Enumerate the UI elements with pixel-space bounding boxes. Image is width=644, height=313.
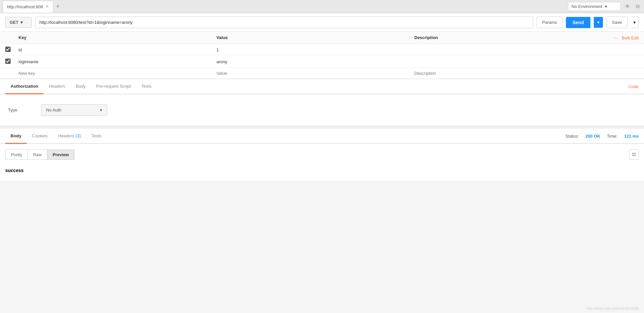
request-bar: GET ▾ Params Send ▾ Save ▾ <box>0 13 644 32</box>
new-description-input[interactable] <box>414 71 470 76</box>
new-key-input[interactable] <box>19 71 74 76</box>
tab-pre-request-script[interactable]: Pre-request Script <box>91 79 136 94</box>
params-button[interactable]: Params <box>536 17 563 28</box>
tab-close-icon[interactable]: ✕ <box>46 4 49 9</box>
new-tab-button[interactable]: + <box>53 2 62 11</box>
status-value: 200 OK <box>585 134 600 139</box>
response-tabs-bar: Body Cookies Headers (3) Tests Status: 2… <box>0 129 644 144</box>
params-header-actions: ··· Bulk Edit <box>612 35 639 40</box>
key-column-header: Key <box>19 35 216 40</box>
send-chevron-icon: ▾ <box>597 20 600 25</box>
url-input[interactable] <box>35 17 533 28</box>
eye-icon-button[interactable]: 👁 <box>623 2 631 11</box>
auth-section: Type No Auth ▾ <box>0 94 644 126</box>
copy-icon: ⧉ <box>632 152 636 157</box>
response-format-tabs: Pretty Raw Preview ⧉ <box>5 149 639 160</box>
format-preview-button[interactable]: Preview <box>47 150 74 160</box>
method-chevron-icon: ▾ <box>21 20 23 25</box>
time-value: 121 ms <box>624 134 639 139</box>
method-label: GET <box>10 20 19 25</box>
section-divider <box>0 126 644 129</box>
environment-selector[interactable]: No Environment ▾ <box>568 2 621 11</box>
value-column-header: Value <box>216 35 414 40</box>
save-dropdown-button[interactable]: ▾ <box>631 17 639 28</box>
params-table-header: Key Value Description ··· Bulk Edit <box>0 32 644 44</box>
row1-key: id <box>19 47 216 52</box>
tab-bar: http://localhost:808 ✕ + No Environment … <box>0 0 644 13</box>
env-label: No Environment <box>572 4 602 9</box>
send-dropdown-button[interactable]: ▾ <box>594 17 603 28</box>
save-button[interactable]: Save <box>606 17 627 28</box>
resp-tab-headers[interactable]: Headers (3) <box>53 129 86 144</box>
row1-value: 1 <box>216 47 414 52</box>
response-content: success <box>5 165 639 176</box>
bulk-edit-link[interactable]: Bulk Edit <box>622 35 639 40</box>
gear-icon-button[interactable]: ⚙ <box>634 2 641 11</box>
tab-tests[interactable]: Tests <box>136 79 157 94</box>
copy-response-button[interactable]: ⧉ <box>629 149 639 160</box>
new-value-input[interactable] <box>216 71 272 76</box>
params-section: Key Value Description ··· Bulk Edit id 1… <box>0 32 644 79</box>
request-tabs: Authorization Headers Body Pre-request S… <box>0 79 644 94</box>
method-dropdown[interactable]: GET ▾ <box>5 17 32 28</box>
new-param-row <box>0 68 644 79</box>
tab-bar-right: No Environment ▾ 👁 ⚙ <box>568 2 641 11</box>
tab-label: http://localhost:808 <box>7 4 43 9</box>
chevron-down-icon: ▾ <box>605 4 607 9</box>
format-raw-button[interactable]: Raw <box>28 150 47 160</box>
format-pretty-button[interactable]: Pretty <box>5 150 28 160</box>
eye-icon: 👁 <box>625 4 630 9</box>
tab-body[interactable]: Body <box>70 79 91 94</box>
browser-tab[interactable]: http://localhost:808 ✕ <box>3 1 53 13</box>
save-chevron-icon: ▾ <box>633 20 636 25</box>
row2-key: loginname <box>19 59 216 64</box>
status-label: Status: <box>566 134 579 139</box>
tab-authorization[interactable]: Authorization <box>5 79 44 94</box>
auth-type-dropdown[interactable]: No Auth ▾ <box>41 104 107 116</box>
row2-value: arony <box>216 59 414 64</box>
resp-tab-body[interactable]: Body <box>5 129 27 144</box>
code-link[interactable]: Code <box>628 79 639 94</box>
response-status-area: Status: 200 OK Time: 121 ms <box>566 134 639 139</box>
gear-icon: ⚙ <box>635 4 640 9</box>
auth-type-label: Type <box>8 108 34 112</box>
description-column-header: Description <box>414 35 612 40</box>
headers-badge: (3) <box>75 133 81 138</box>
row2-checkbox[interactable] <box>5 59 11 64</box>
row1-checkbox[interactable] <box>5 47 11 52</box>
tab-headers[interactable]: Headers <box>44 79 70 94</box>
send-button[interactable]: Send <box>566 17 590 28</box>
time-label: Time: <box>607 134 618 139</box>
table-row: id 1 <box>0 44 644 56</box>
response-body-area: Pretty Raw Preview ⧉ success <box>0 144 644 181</box>
auth-value-label: No Auth <box>46 108 61 112</box>
more-options-icon[interactable]: ··· <box>614 35 618 40</box>
resp-tab-cookies[interactable]: Cookies <box>27 129 53 144</box>
table-row: loginname arony <box>0 56 644 68</box>
resp-tab-tests[interactable]: Tests <box>86 129 107 144</box>
auth-chevron-icon: ▾ <box>100 108 102 112</box>
